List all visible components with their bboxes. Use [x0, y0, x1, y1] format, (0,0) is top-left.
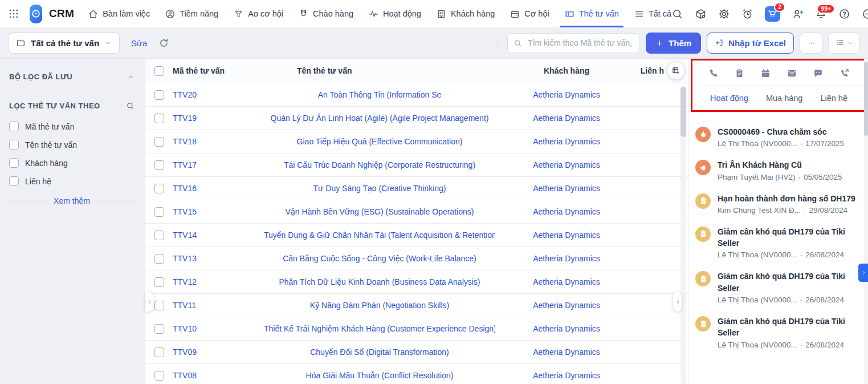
row-name-link[interactable]: Kỹ Năng Đàm Phán (Negotiation Skills) [310, 301, 449, 310]
row-name-link[interactable]: Hóa Giải Mâu Thuẫn (Conflict Resolution) [306, 371, 454, 380]
row-name-link[interactable]: An Toàn Thông Tin (Information Se [318, 90, 442, 99]
filter-checkbox[interactable] [9, 140, 19, 149]
row-name-link[interactable]: Giao Tiếp Hiệu Quả (Effective Communicat… [297, 137, 463, 146]
nav-item-wallet[interactable]: Cơ hội [510, 0, 549, 27]
row-customer-link[interactable]: Aetheria Dynamics [533, 301, 600, 310]
feed-item-title[interactable]: CS0000469 - Chưa chăm sóc [718, 126, 844, 138]
row-code-link[interactable]: TTV08 [173, 371, 197, 380]
column-header-code[interactable]: Mã thẻ tư vấn [173, 66, 264, 75]
row-name-link[interactable]: Thiết Kế Trải Nghiệm Khách Hàng (Custome… [264, 324, 495, 333]
panel-tab-2[interactable]: Liên hệ [820, 94, 847, 103]
table-search[interactable] [507, 33, 640, 53]
collapse-sidebar-handle[interactable] [145, 292, 154, 312]
feed-item-title[interactable]: Hạn hoàn thành đơn hàng số DH179 [718, 193, 855, 204]
row-checkbox[interactable] [154, 90, 164, 100]
row-customer-link[interactable]: Aetheria Dynamics [533, 277, 600, 286]
column-header-contact[interactable]: Liên h [641, 66, 664, 75]
row-checkbox[interactable] [154, 371, 164, 381]
column-header-customer[interactable]: Khách hàng [495, 66, 638, 75]
phone-outgoing-icon[interactable] [839, 68, 850, 79]
nav-item-funnel[interactable]: Ao cơ hội [233, 0, 283, 27]
row-name-link[interactable]: Cân Bằng Cuộc Sống - Công Việc (Work-Lif… [283, 254, 476, 263]
view-selector-button[interactable]: Tất cả thẻ tư vấn [8, 33, 120, 54]
cart-icon[interactable]: 2 [765, 6, 780, 22]
feed-item[interactable]: CS0000469 - Chưa chăm sócLê Thị Thoa (NV… [688, 120, 868, 153]
refresh-icon[interactable] [158, 38, 169, 48]
reminder-clock-icon[interactable] [741, 8, 753, 20]
chat-icon[interactable] [813, 68, 824, 79]
table-scrollbar[interactable] [680, 85, 686, 384]
row-name-link[interactable]: Tái Cấu Trúc Doanh Nghiệp (Corporate Res… [284, 160, 475, 169]
feed-item[interactable]: Hạn hoàn thành đơn hàng số DH179Kim Chun… [688, 187, 868, 220]
row-code-link[interactable]: TTV11 [173, 301, 196, 310]
page-scrollbar-thumb[interactable] [864, 62, 868, 136]
row-checkbox[interactable] [154, 114, 164, 123]
row-code-link[interactable]: TTV10 [173, 324, 197, 333]
row-name-link[interactable]: Quản Lý Dự Án Linh Hoạt (Agile) (Agile P… [271, 114, 489, 123]
row-code-link[interactable]: TTV20 [173, 90, 197, 99]
help-icon[interactable] [838, 8, 850, 20]
row-customer-link[interactable]: Aetheria Dynamics [533, 114, 600, 123]
add-column-button[interactable] [667, 62, 684, 79]
row-customer-link[interactable]: Aetheria Dynamics [533, 324, 600, 333]
row-customer-link[interactable]: Aetheria Dynamics [533, 347, 600, 357]
row-code-link[interactable]: TTV09 [173, 347, 197, 357]
import-excel-button[interactable]: Nhập từ Excel [707, 33, 794, 54]
row-checkbox[interactable] [154, 347, 164, 357]
row-name-link[interactable]: Tuyển Dụng & Giữ Chân Nhân Tài (Talent A… [264, 231, 495, 240]
feed-item[interactable]: Giảm cân khó quá DH179 của Tiki SellerLê… [688, 220, 868, 265]
feed-item[interactable]: Tri Ân Khách Hàng CũPhạm Tuyết Mai (HV2)… [688, 153, 868, 187]
filter-checkbox[interactable] [9, 176, 19, 186]
row-code-link[interactable]: TTV17 [173, 160, 197, 169]
clipboard-check-icon[interactable] [734, 68, 745, 79]
feed-item-title[interactable]: Tri Ân Khách Hàng Cũ [718, 159, 842, 171]
row-customer-link[interactable]: Aetheria Dynamics [533, 231, 600, 240]
nav-item-person[interactable]: Tiềm năng [165, 0, 218, 27]
nav-item-activity[interactable]: Hoạt động [368, 0, 421, 27]
panel-tab-0[interactable]: Hoạt động [710, 94, 748, 103]
mail-icon[interactable] [787, 68, 797, 79]
column-header-name[interactable]: Tên thẻ tư vấn [264, 66, 495, 75]
filter-search-icon[interactable] [126, 102, 135, 110]
row-customer-link[interactable]: Aetheria Dynamics [533, 184, 600, 193]
more-options-icon[interactable] [862, 8, 868, 20]
row-customer-link[interactable]: Aetheria Dynamics [533, 90, 600, 99]
panel-tab-1[interactable]: Mua hàng [766, 94, 803, 103]
row-name-link[interactable]: Vận Hành Bền Vững (ESG) (Sustainable Ope… [286, 207, 474, 216]
app-launcher-icon[interactable] [8, 8, 19, 19]
nav-item-menu[interactable]: Tất cả [634, 0, 671, 27]
row-code-link[interactable]: TTV15 [173, 207, 197, 216]
nav-item-magnet[interactable]: Chào hàng [298, 0, 353, 27]
row-checkbox[interactable] [154, 277, 164, 287]
row-checkbox[interactable] [154, 207, 164, 217]
search-input[interactable] [527, 38, 634, 48]
filter-option-3[interactable]: Liên hệ [9, 176, 135, 186]
row-checkbox[interactable] [154, 160, 164, 170]
nav-item-home[interactable]: Bàn làm việc [88, 0, 150, 27]
expand-table-handle[interactable] [673, 292, 682, 312]
calendar-icon[interactable] [760, 68, 771, 79]
search-icon[interactable] [671, 8, 683, 20]
feed-item-title[interactable]: Giảm cân khó quá DH179 của Tiki Seller [718, 316, 859, 339]
panel-expand-button[interactable] [858, 264, 868, 282]
settings-gear-icon[interactable] [718, 8, 730, 20]
row-code-link[interactable]: TTV14 [173, 231, 197, 240]
row-checkbox[interactable] [154, 324, 164, 334]
select-all-checkbox[interactable] [154, 66, 164, 76]
feed-item[interactable]: Giảm cân khó quá DH179 của Tiki SellerLê… [688, 310, 868, 355]
row-customer-link[interactable]: Aetheria Dynamics [533, 207, 600, 216]
row-customer-link[interactable]: Aetheria Dynamics [533, 137, 600, 146]
filter-option-2[interactable]: Khách hàng [9, 158, 135, 168]
more-actions-button[interactable] [800, 33, 822, 54]
row-code-link[interactable]: TTV13 [173, 254, 197, 263]
row-name-link[interactable]: Chuyển Đổi Số (Digital Transformation) [310, 347, 449, 357]
nav-item-building[interactable]: Khách hàng [436, 0, 495, 27]
row-customer-link[interactable]: Aetheria Dynamics [533, 254, 600, 263]
row-code-link[interactable]: TTV18 [173, 137, 197, 146]
row-name-link[interactable]: Phân Tích Dữ Liệu Kinh Doanh (Business D… [279, 277, 480, 286]
row-name-link[interactable]: Tư Duy Sáng Tạo (Creative Thinking) [313, 184, 446, 193]
feed-item[interactable]: Giảm cân khó quá DH179 của Tiki SellerLê… [688, 265, 868, 310]
row-code-link[interactable]: TTV12 [173, 277, 197, 286]
feed-item-title[interactable]: Giảm cân khó quá DH179 của Tiki Seller [718, 226, 859, 249]
row-checkbox[interactable] [154, 231, 164, 240]
